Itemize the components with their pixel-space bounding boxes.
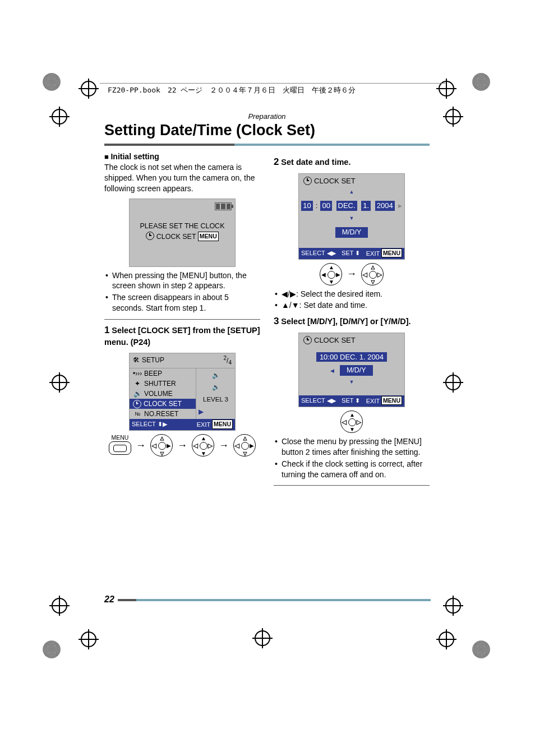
setup-item-clock-set: CLOCK SET [130, 399, 196, 409]
header-strip-text: FZ20-PP.book 22 ページ ２００４年７月６日 火曜日 午後２時６分 [108, 85, 356, 95]
lcd-setup-menu: 🛠 SETUP 2/4 •›››BEEP ✦SHUTTER 🔊VOLUME CL… [129, 353, 236, 431]
arrow-right-icon: → [177, 439, 187, 452]
clock1-format: M/D/Y [335, 227, 368, 238]
setup-item-no-reset: №NO.RESET [130, 409, 196, 419]
lcd1-menu-box: MENU [198, 232, 219, 241]
setup-title: SETUP [142, 356, 164, 365]
chevron-right-icon: ▶ [199, 408, 204, 417]
clock-icon [146, 232, 154, 240]
clock2-datetime: 10:00 DEC. 1. 2004 [316, 352, 387, 362]
clock-icon [303, 336, 312, 344]
clock1-title: CLOCK SET [314, 176, 356, 186]
dpad-icon: ▲▼ ◀▶ [340, 411, 363, 433]
chevron-down-icon: ▼ [349, 379, 354, 385]
page-rule [118, 599, 431, 601]
bullet-item: The screen disappears in about 5 seconds… [104, 292, 260, 314]
battery-icon [215, 202, 232, 210]
header-rule [100, 83, 445, 84]
page-number: 22 [104, 594, 114, 605]
dpad-icon: ▲▼ ◀▶ [320, 263, 342, 285]
setup-item-shutter: ✦SHUTTER [130, 379, 196, 389]
bullets-end: Close the menu by pressing the [MENU] bu… [274, 436, 430, 480]
lcd-clock-set-1: CLOCK SET ▲ 10 : 00 DEC. 1. 2004 ▶ ▼ M/D… [298, 173, 405, 260]
setup-items: •›››BEEP ✦SHUTTER 🔊VOLUME CLOCK SET №NO.… [130, 368, 196, 420]
dpad-icon: ▲▼ ◀▶ [150, 434, 173, 457]
dpad-icon: ▲▼ ◀▶ [233, 434, 256, 457]
setup-item-volume: 🔊VOLUME [130, 389, 196, 399]
arrow-right-icon: → [136, 439, 146, 452]
dpad-sequence-2: ▲▼ ◀▶ → ▲▼ ◀▶ [274, 263, 430, 285]
setup-level: LEVEL 3 [203, 395, 228, 404]
dpad-icon: ▲▼ ◀▶ [192, 434, 214, 457]
lcd-clock-set-2: CLOCK SET 10:00 DEC. 1. 2004 ◀ M/D/Y ▼ S… [298, 333, 405, 407]
setup-foot-menu: MENU [212, 420, 233, 428]
chevron-right-icon: ▶ [398, 202, 402, 209]
step-3: 3 Select [M/D/Y], [D/M/Y] or [Y/M/D]. [274, 315, 430, 328]
clock2-format: M/D/Y [340, 365, 373, 376]
menu-button-icon [109, 441, 131, 455]
legend-ud: ▲/▼: Set date and time. [274, 300, 430, 311]
chevron-up-icon: ▲ [349, 189, 354, 195]
page-title: Setting Date/Time (Clock Set) [104, 122, 430, 139]
setup-page: 2/4 [224, 354, 232, 367]
bullets-after-screen1: When pressing the [MENU] button, the scr… [104, 270, 260, 314]
vol-mid-icon: 🔉 [212, 383, 220, 392]
bullet-item: Close the menu by pressing the [MENU] bu… [274, 436, 430, 458]
divider [274, 485, 430, 486]
clock-icon [303, 177, 312, 185]
step-1: 1 Select [CLOCK SET] from the [SETUP] me… [104, 324, 260, 348]
arrow-right-icon: → [347, 267, 357, 280]
bullet-item: When pressing the [MENU] button, the scr… [104, 270, 260, 292]
arrow-right-icon: → [219, 439, 229, 452]
dpad-sequence-3: ▲▼ ◀▶ [274, 411, 430, 433]
lcd1-line2: CLOCK SET [156, 233, 196, 241]
dpad-sequence-1: MENU → ▲▼ ◀▶ → ▲▼ ◀▶ → ▲▼ [104, 434, 260, 457]
lcd-please-set-clock: PLEASE SET THE CLOCK CLOCK SET MENU [129, 199, 236, 267]
setup-item-beep: •›››BEEP [130, 368, 196, 379]
initial-setting-body: The clock is not set when the camera is … [104, 162, 260, 194]
section-preparation: Preparation [104, 112, 430, 121]
clock2-title: CLOCK SET [314, 335, 356, 345]
lcd1-line1: PLEASE SET THE CLOCK [135, 222, 229, 231]
setup-foot-exit: EXIT [197, 421, 210, 428]
title-rule [104, 144, 430, 146]
setup-foot-select: SELECT [132, 421, 156, 427]
initial-setting-heading: ■ Initial setting [104, 151, 260, 162]
menu-button-label: MENU [112, 434, 129, 441]
legend-list: ◀/▶: Select the desired item. ▲/▼: Set d… [274, 289, 430, 311]
step-2: 2 Set date and time. [274, 156, 430, 169]
chevron-left-icon: ◀ [330, 368, 334, 374]
divider [104, 319, 260, 320]
bullet-item: Check if the clock setting is correct, a… [274, 459, 430, 480]
chevron-down-icon: ▼ [349, 215, 354, 221]
vol-high-icon: 🔈 [212, 371, 220, 380]
clock1-date-row: 10 : 00 DEC. 1. 2004 ▶ [299, 201, 404, 211]
dpad-icon: ▲▼ ◀▶ [361, 263, 384, 285]
legend-lr: ◀/▶: Select the desired item. [274, 289, 430, 299]
wrench-icon: 🛠 [133, 356, 140, 365]
